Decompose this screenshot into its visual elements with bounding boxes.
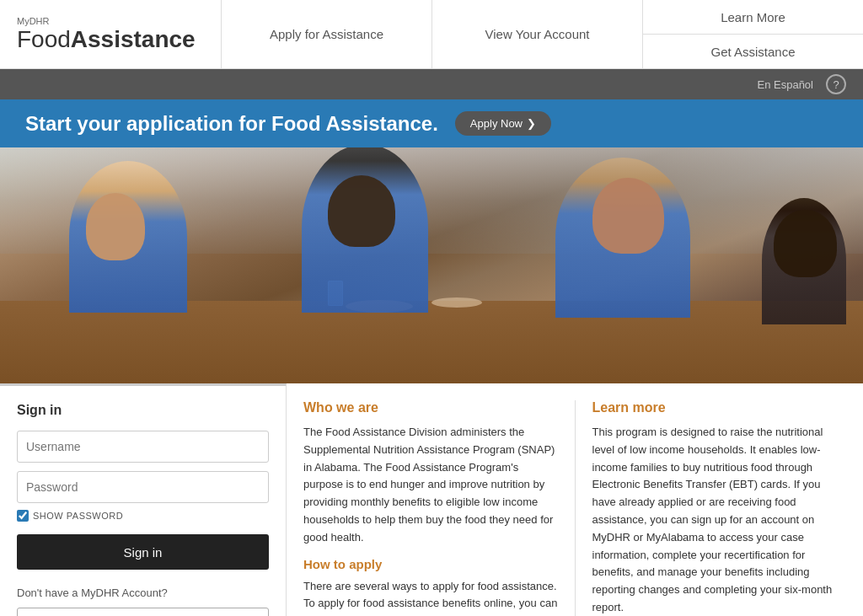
apply-now-button[interactable]: Apply Now ❯ bbox=[455, 111, 551, 136]
nav-get-assistance[interactable]: Get Assistance bbox=[643, 35, 863, 68]
nav-right: Learn More Get Assistance bbox=[643, 0, 863, 68]
no-account-text: Don't have a MyDHR Account? bbox=[17, 587, 269, 599]
signin-title: Sign in bbox=[17, 403, 269, 418]
apply-now-label: Apply Now bbox=[470, 117, 523, 130]
nav-account-label: View Your Account bbox=[485, 27, 590, 41]
signin-panel: Sign in SHOW PASSWORD Sign in Don't have… bbox=[0, 383, 287, 616]
logo-mydhr: MyDHR bbox=[17, 16, 204, 26]
show-password-row: SHOW PASSWORD bbox=[17, 510, 269, 522]
logo-brand: FoodAssistance bbox=[17, 26, 204, 53]
apply-now-arrow: ❯ bbox=[527, 117, 536, 130]
show-password-label[interactable]: SHOW PASSWORD bbox=[33, 511, 123, 521]
subheader: En Español ? bbox=[0, 69, 863, 99]
show-password-checkbox[interactable] bbox=[17, 510, 29, 522]
learn-more-body: This program is designed to raise the nu… bbox=[592, 424, 847, 616]
nav-apply-label: Apply for Assistance bbox=[270, 27, 383, 41]
who-we-are-column: Who we are The Food Assistance Division … bbox=[303, 400, 558, 616]
hero-text: Start your application for Food Assistan… bbox=[25, 112, 438, 136]
nav-get-assistance-label: Get Assistance bbox=[710, 45, 795, 59]
logo-area: MyDHR FoodAssistance bbox=[0, 0, 222, 68]
logo-food: Food bbox=[17, 26, 71, 52]
who-we-are-body: The Food Assistance Division administers… bbox=[303, 424, 558, 547]
how-to-apply-title: How to apply bbox=[303, 557, 558, 571]
header: MyDHR FoodAssistance Apply for Assistanc… bbox=[0, 0, 863, 69]
main-area: Sign in SHOW PASSWORD Sign in Don't have… bbox=[0, 383, 863, 616]
help-button[interactable]: ? bbox=[826, 74, 846, 94]
password-input[interactable] bbox=[17, 471, 269, 503]
content-area: Who we are The Food Assistance Division … bbox=[287, 383, 863, 616]
signin-button[interactable]: Sign in bbox=[17, 534, 269, 570]
column-divider bbox=[575, 400, 576, 616]
nav-learn[interactable]: Learn More bbox=[643, 0, 863, 35]
logo-assistance: Assistance bbox=[71, 26, 196, 52]
espanol-link[interactable]: En Español bbox=[758, 78, 814, 91]
create-account-button[interactable]: Create an Account bbox=[17, 608, 269, 616]
help-icon: ? bbox=[833, 78, 839, 91]
learn-more-title: Learn more bbox=[592, 400, 847, 415]
nav-learn-label: Learn More bbox=[721, 10, 785, 24]
nav-account[interactable]: View Your Account bbox=[432, 0, 643, 68]
hero-banner: Start your application for Food Assistan… bbox=[0, 99, 863, 147]
learn-more-column: Learn more This program is designed to r… bbox=[592, 400, 847, 616]
nav-apply[interactable]: Apply for Assistance bbox=[222, 0, 432, 68]
how-to-apply-body: There are several ways to apply for food… bbox=[303, 578, 558, 616]
hero-image bbox=[0, 147, 863, 383]
username-input[interactable] bbox=[17, 431, 269, 463]
who-we-are-title: Who we are bbox=[303, 400, 558, 415]
